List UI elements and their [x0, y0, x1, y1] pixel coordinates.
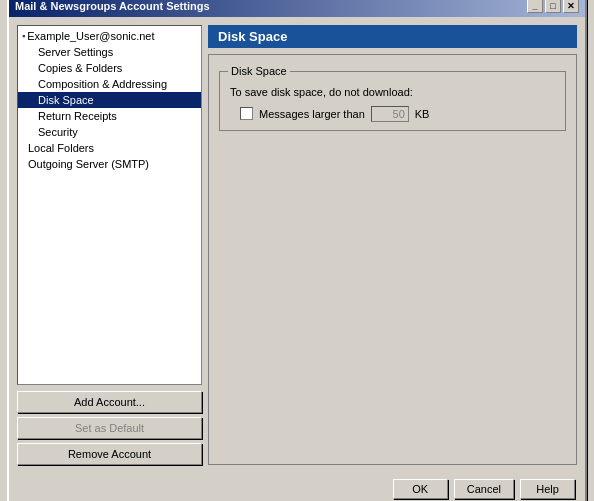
- right-panel: Disk Space Disk Space To save disk space…: [208, 25, 577, 465]
- help-button[interactable]: Help: [520, 479, 575, 499]
- sidebar-item-local-folders[interactable]: Local Folders: [18, 140, 201, 156]
- minimize-button[interactable]: _: [527, 0, 543, 13]
- sidebar-item-composition[interactable]: Composition & Addressing: [18, 76, 201, 92]
- cancel-button[interactable]: Cancel: [454, 479, 514, 499]
- window-controls: _ □ ✕: [527, 0, 579, 13]
- panel-body: Disk Space To save disk space, do not do…: [208, 54, 577, 465]
- account-tree: ▪ Example_User@sonic.net Server Settings…: [17, 25, 202, 385]
- sidebar-item-server-settings[interactable]: Server Settings: [18, 44, 201, 60]
- left-button-group: Add Account... Set as Default Remove Acc…: [17, 391, 202, 465]
- sidebar-item-return-receipts[interactable]: Return Receipts: [18, 108, 201, 124]
- left-panel: ▪ Example_User@sonic.net Server Settings…: [17, 25, 202, 465]
- tree-root-account[interactable]: ▪ Example_User@sonic.net: [18, 28, 201, 44]
- footer-buttons: OK Cancel Help: [9, 473, 585, 502]
- title-bar: Mail & Newsgroups Account Settings _ □ ✕: [9, 0, 585, 17]
- size-input[interactable]: [371, 106, 409, 122]
- expand-icon: ▪: [22, 31, 25, 41]
- group-content: To save disk space, do not download: Mes…: [230, 86, 555, 122]
- set-default-button[interactable]: Set as Default: [17, 417, 202, 439]
- messages-larger-row: Messages larger than KB: [230, 106, 555, 122]
- add-account-button[interactable]: Add Account...: [17, 391, 202, 413]
- messages-larger-checkbox[interactable]: [240, 107, 253, 120]
- messages-larger-label: Messages larger than: [259, 108, 365, 120]
- close-button[interactable]: ✕: [563, 0, 579, 13]
- group-box-label: Disk Space: [228, 65, 290, 77]
- sidebar-item-security[interactable]: Security: [18, 124, 201, 140]
- window-content: ▪ Example_User@sonic.net Server Settings…: [9, 17, 585, 473]
- sidebar-item-copies-folders[interactable]: Copies & Folders: [18, 60, 201, 76]
- kb-label: KB: [415, 108, 430, 120]
- maximize-button[interactable]: □: [545, 0, 561, 13]
- sidebar-item-disk-space[interactable]: Disk Space: [18, 92, 201, 108]
- window-title: Mail & Newsgroups Account Settings: [15, 0, 210, 12]
- account-name: Example_User@sonic.net: [27, 30, 154, 42]
- disk-space-description: To save disk space, do not download:: [230, 86, 555, 98]
- remove-account-button[interactable]: Remove Account: [17, 443, 202, 465]
- main-window: Mail & Newsgroups Account Settings _ □ ✕…: [7, 0, 587, 501]
- disk-space-group: Disk Space To save disk space, do not do…: [219, 71, 566, 131]
- panel-header: Disk Space: [208, 25, 577, 48]
- ok-button[interactable]: OK: [393, 479, 448, 499]
- sidebar-item-outgoing-server[interactable]: Outgoing Server (SMTP): [18, 156, 201, 172]
